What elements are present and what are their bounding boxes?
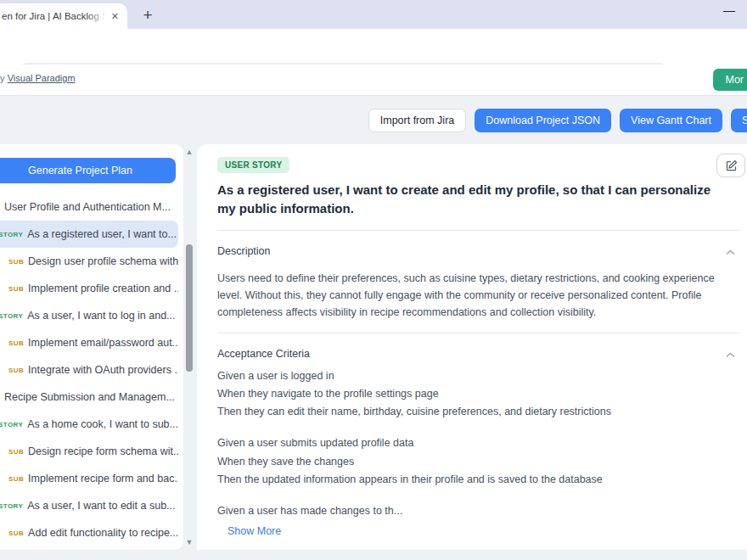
tree-item-label: Design user profile schema with... xyxy=(28,255,178,267)
acceptance-line-truncated: Given a user has made changes to th... xyxy=(217,504,740,518)
browser-tabstrip: en for Jira | AI Backlog Stru ✕ + — xyxy=(0,0,747,29)
more-button[interactable]: Mor xyxy=(713,69,747,91)
scrollbar-thumb[interactable] xyxy=(186,244,193,372)
tree-item-label: Recipe Submission and Managem... xyxy=(4,391,175,403)
show-more-link[interactable]: Show More xyxy=(227,525,281,537)
sub-badge: SUB xyxy=(8,285,24,293)
tree-item-subtask[interactable]: SUBDesign recipe form schema wit... xyxy=(0,438,178,465)
tree-item-subtask[interactable]: SUBAdd edit functionality to recipe... xyxy=(0,519,178,546)
story-badge: STORY xyxy=(0,312,23,320)
story-title: As a registered user, I want to create a… xyxy=(217,181,711,218)
acceptance-line: When they save the changes xyxy=(217,455,740,468)
spacer xyxy=(217,418,740,432)
tab-title: en for Jira | AI Backlog Stru xyxy=(2,11,106,21)
browser-toolbar: ai-toolbox.visual-paradigm.com/app/agili… xyxy=(0,29,747,64)
scroll-down-icon[interactable]: ▼ xyxy=(183,536,195,548)
sidebar-scrollbar[interactable]: ▲ ▼ xyxy=(183,144,195,550)
acceptance-line: Then they can edit their name, birthday,… xyxy=(217,405,740,418)
spacer xyxy=(217,486,740,500)
app-header: by Visual Paradigm Mor xyxy=(0,64,747,96)
story-badge: STORY xyxy=(0,231,23,238)
divider xyxy=(217,333,740,333)
acceptance-section-header[interactable]: Acceptance Criteria xyxy=(217,346,740,361)
visual-paradigm-link[interactable]: Visual Paradigm xyxy=(8,73,76,83)
backlog-tree: User Profile and Authentication M... STO… xyxy=(0,193,183,546)
acceptance-heading: Acceptance Criteria xyxy=(217,348,310,360)
tree-item-story[interactable]: STORYAs a user, I want to log in and... xyxy=(0,302,178,329)
chevron-up-icon[interactable] xyxy=(726,244,735,259)
story-badge: STORY xyxy=(0,421,23,428)
import-from-jira-button[interactable]: Import from Jira xyxy=(368,109,467,132)
tree-item-label: Implement profile creation and ... xyxy=(28,283,178,294)
tree-item-subtask[interactable]: SUBImplement recipe form and bac... xyxy=(0,465,178,492)
divider xyxy=(217,230,740,231)
tree-item-label: As a home cook, I want to sub... xyxy=(27,418,178,430)
tree-item-subtask[interactable]: SUBImplement email/password aut... xyxy=(0,329,178,356)
tab-close-icon[interactable]: ✕ xyxy=(110,9,121,24)
window-minimize-button[interactable]: — xyxy=(723,3,735,17)
tree-item-epic[interactable]: User Profile and Authentication M... xyxy=(0,193,178,221)
generate-project-plan-button[interactable]: Generate Project Plan xyxy=(0,158,176,183)
tree-item-label: As a registered user, I want to... xyxy=(27,228,177,240)
scroll-up-icon[interactable]: ▲ xyxy=(183,146,195,158)
description-body: Users need to define their preferences, … xyxy=(217,270,740,321)
sub-badge: SUB xyxy=(8,367,24,374)
tree-item-story[interactable]: STORYAs a home cook, I want to sub... xyxy=(0,411,178,438)
tree-item-story-selected[interactable]: STORYAs a registered user, I want to... xyxy=(0,221,178,248)
tree-item-label: As a user, I want to edit a sub... xyxy=(27,500,175,512)
tree-item-label: User Profile and Authentication M... xyxy=(4,201,171,213)
download-project-json-button[interactable]: Download Project JSON xyxy=(475,109,611,132)
view-gantt-chart-button[interactable]: View Gantt Chart xyxy=(620,109,722,132)
user-story-chip: USER STORY xyxy=(217,157,289,173)
sub-badge: SUB xyxy=(8,258,24,266)
tree-item-label: Add edit functionality to recipe... xyxy=(28,527,178,539)
acceptance-line: Then the updated information appears in … xyxy=(217,473,740,486)
tree-item-subtask[interactable]: SUBDesign user profile schema with... xyxy=(0,248,178,275)
tree-item-label: As a user, I want to log in and... xyxy=(27,310,175,322)
sub-badge: SUB xyxy=(8,529,24,537)
acceptance-line: Given a user is logged in xyxy=(217,369,740,383)
backlog-sidebar: Generate Project Plan User Profile and A… xyxy=(0,144,183,550)
tree-item-label: Design recipe form schema wit... xyxy=(28,445,178,457)
new-tab-button[interactable]: + xyxy=(138,5,158,25)
acceptance-line: When they navigate to the profile settin… xyxy=(217,387,740,400)
acceptance-body: Given a user is logged in When they navi… xyxy=(217,369,740,539)
edit-pencil-icon xyxy=(725,160,738,172)
tree-item-subtask[interactable]: SUBIntegrate with OAuth providers ... xyxy=(0,356,178,384)
story-badge: STORY xyxy=(0,502,23,510)
byline: by Visual Paradigm xyxy=(0,73,76,83)
tree-item-subtask[interactable]: SUBImplement profile creation and ... xyxy=(0,275,178,302)
story-detail-panel: USER STORY As a registered user, I want … xyxy=(197,144,747,550)
tree-item-label: Implement recipe form and bac... xyxy=(28,473,178,484)
chevron-up-icon[interactable] xyxy=(726,346,735,361)
byline-prefix: by xyxy=(0,73,8,83)
sub-badge: SUB xyxy=(8,339,24,347)
description-section-header[interactable]: Description xyxy=(217,244,740,259)
edit-story-button[interactable] xyxy=(716,154,745,177)
tree-item-story[interactable]: STORYAs a user, I want to edit a sub... xyxy=(0,492,178,519)
tree-item-epic[interactable]: Recipe Submission and Managem... xyxy=(0,384,178,411)
acceptance-line: Given a user submits updated profile dat… xyxy=(217,436,740,450)
sub-badge: SUB xyxy=(8,475,24,483)
browser-tab-active[interactable]: en for Jira | AI Backlog Stru ✕ xyxy=(0,3,127,29)
description-heading: Description xyxy=(217,245,271,257)
sub-badge: SUB xyxy=(8,448,24,456)
cutoff-button[interactable]: S xyxy=(731,109,747,132)
tree-item-label: Implement email/password aut... xyxy=(28,337,178,349)
tree-item-label: Integrate with OAuth providers ... xyxy=(28,364,178,376)
action-bar: Import from Jira Download Project JSON V… xyxy=(0,109,747,132)
